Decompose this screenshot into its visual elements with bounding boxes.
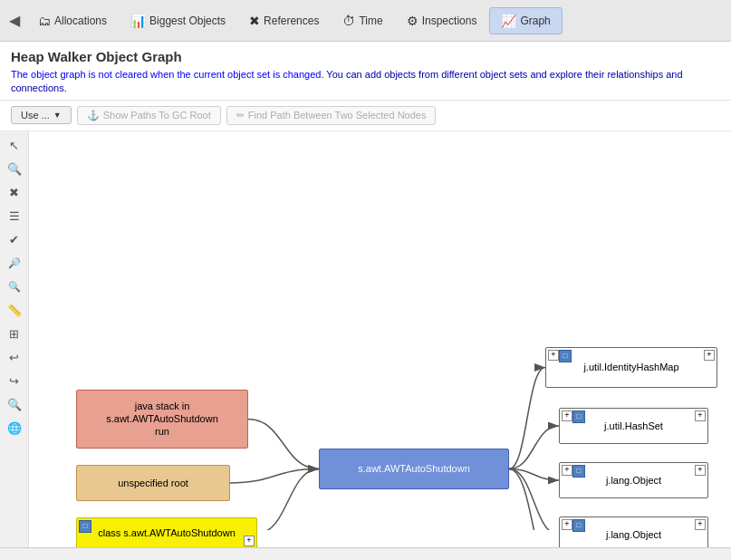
list-tool[interactable]: ☰	[4, 206, 25, 227]
expand-br-class-shutdown[interactable]: +	[244, 536, 255, 546]
node-object1[interactable]: j.lang.Object+□+	[559, 462, 708, 498]
zoom-in2-tool[interactable]: 🔎	[4, 253, 25, 275]
references-tab-label: References	[264, 14, 319, 27]
use-button[interactable]: Use ... ▼	[11, 106, 72, 124]
arrow-awt-shutdown-to-object1	[509, 468, 559, 480]
node-icon-identity-hashmap: □	[559, 350, 572, 362]
remove-tool[interactable]: ✖	[4, 182, 25, 204]
node-icon-object2: □	[572, 519, 585, 532]
allocations-tab-label: Allocations	[54, 14, 107, 27]
node-class-shutdown[interactable]: class s.awt.AWTAutoShutdown+□	[76, 517, 257, 547]
show-paths-button[interactable]: ⚓ Show Paths To GC Root	[77, 106, 221, 125]
biggest-objects-tab-label: Biggest Objects	[149, 14, 226, 27]
nav-back-button[interactable]: ◀	[4, 8, 25, 33]
node-java-stack[interactable]: java stack ins.awt.AWTAutoShutdownrun	[76, 390, 248, 449]
pointer-tool[interactable]: ↖	[4, 135, 25, 157]
tab-inspections[interactable]: ⚙Inspections	[396, 8, 488, 34]
node-identity-hashmap[interactable]: j.util.IdentityHashMap+□+	[545, 347, 717, 388]
expand-tr-hashset[interactable]: +	[695, 410, 706, 421]
expand-tr-object2[interactable]: +	[695, 519, 706, 530]
references-tab-icon: ✖	[249, 14, 260, 28]
tab-allocations[interactable]: 🗂Allocations	[27, 8, 118, 34]
expand-tr-object1[interactable]: +	[695, 465, 706, 476]
expand-tl-identity-hashmap[interactable]: +	[548, 350, 559, 361]
arrow-java-stack-to-awt-shutdown	[248, 419, 319, 468]
search-tool[interactable]: 🔍	[4, 394, 25, 416]
left-toolbar: ↖ 🔍 ✖ ☰ ✔ 🔎 🔍 📏 ⊞ ↩ ↪ 🔍 🌐	[0, 131, 29, 547]
node-object2[interactable]: j.lang.Object+□+	[559, 517, 708, 547]
arrow-class-shutdown-to-awt-shutdown	[257, 468, 319, 530]
expand-tl-object1[interactable]: +	[562, 465, 572, 476]
biggest-objects-tab-icon: 📊	[130, 14, 146, 28]
arrow-awt-shutdown-to-hashset	[509, 426, 559, 469]
graph-inner: java stack ins.awt.AWTAutoShutdownrununs…	[38, 140, 726, 530]
globe-tool[interactable]: 🌐	[4, 418, 25, 439]
node-icon-hashset: □	[572, 410, 585, 423]
time-tab-icon: ⏱	[342, 14, 355, 28]
find-path-button[interactable]: ✏ Find Path Between Two Selected Nodes	[226, 106, 437, 125]
tab-biggest-objects[interactable]: 📊Biggest Objects	[120, 8, 236, 34]
page-content: Heap Walker Object Graph The object grap…	[0, 42, 731, 560]
inspections-tab-icon: ⚙	[407, 14, 418, 28]
arrow-awt-shutdown-to-object2	[509, 468, 559, 530]
use-label: Use ...	[21, 110, 50, 121]
node-awt-shutdown[interactable]: s.awt.AWTAutoShutdown	[319, 449, 509, 489]
check-tool[interactable]: ✔	[4, 229, 25, 251]
main-toolbar: ◀ 🗂Allocations📊Biggest Objects✖Reference…	[0, 0, 731, 42]
redo-tool[interactable]: ↪	[4, 371, 25, 392]
graph-tab-label: Graph	[520, 14, 550, 27]
use-dropdown-arrow: ▼	[53, 111, 62, 120]
undo-tool[interactable]: ↩	[4, 347, 25, 369]
anchor-icon: ⚓	[87, 110, 100, 121]
ruler-tool[interactable]: 📏	[4, 300, 25, 322]
time-tab-label: Time	[359, 14, 382, 27]
horizontal-scrollbar[interactable]	[0, 547, 731, 560]
inspections-tab-label: Inspections	[422, 14, 477, 27]
zoom-in-tool[interactable]: 🔍	[4, 159, 25, 180]
arrow-awt-shutdown-to-identity-hashmap	[509, 367, 545, 468]
page-description: The object graph is not cleared when the…	[11, 68, 717, 96]
main-area: ↖ 🔍 ✖ ☰ ✔ 🔎 🔍 📏 ⊞ ↩ ↪ 🔍 🌐 java stack ins…	[0, 131, 731, 547]
arrow-unspecified-root-to-awt-shutdown	[230, 468, 319, 483]
show-paths-label: Show Paths To GC Root	[103, 110, 211, 121]
page-header: Heap Walker Object Graph The object grap…	[0, 42, 731, 101]
action-bar: Use ... ▼ ⚓ Show Paths To GC Root ✏ Find…	[0, 101, 731, 131]
tab-time[interactable]: ⏱Time	[332, 8, 393, 34]
pencil-icon: ✏	[236, 110, 245, 121]
expand-tl-hashset[interactable]: +	[562, 410, 572, 421]
node-icon-class-shutdown: □	[79, 520, 91, 533]
tab-references[interactable]: ✖References	[238, 8, 330, 34]
node-unspecified-root[interactable]: unspecified root	[76, 465, 230, 501]
graph-canvas[interactable]: java stack ins.awt.AWTAutoShutdownrununs…	[29, 131, 731, 547]
tab-graph[interactable]: 📈Graph	[489, 7, 562, 34]
grid-tool[interactable]: ⊞	[4, 323, 25, 345]
desc-part1: The object graph is not cleared when the…	[11, 69, 324, 80]
allocations-tab-icon: 🗂	[38, 14, 51, 28]
page-title: Heap Walker Object Graph	[11, 49, 720, 64]
expand-tl-object2[interactable]: +	[562, 519, 572, 530]
graph-tab-icon: 📈	[501, 14, 516, 28]
find-path-label: Find Path Between Two Selected Nodes	[248, 110, 427, 121]
arrow-awt-shutdown-to-thread	[509, 468, 559, 530]
expand-tr-identity-hashmap[interactable]: +	[704, 350, 715, 361]
node-hashset[interactable]: j.util.HashSet+□+	[559, 408, 708, 444]
node-icon-object1: □	[572, 465, 585, 478]
zoom-out-tool[interactable]: 🔍	[4, 276, 25, 298]
